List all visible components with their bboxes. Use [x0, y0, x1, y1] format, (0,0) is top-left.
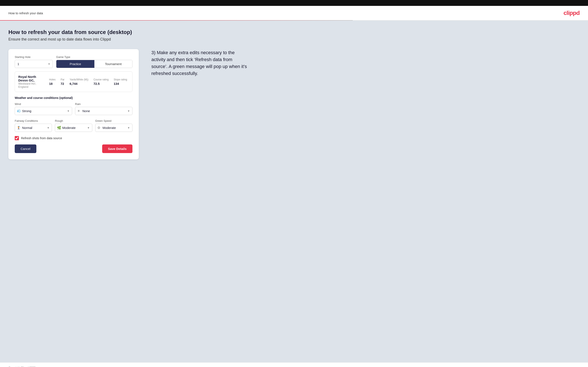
course-stats: Holes 18 Par 72 Yards/White (M)) 6,744 C…: [49, 78, 129, 85]
course-location: Westward Ho!, England: [18, 82, 45, 88]
practice-button[interactable]: Practice: [56, 60, 94, 68]
green-speed-group: Green Speed ⚙ Moderate Slow Fast ▼: [95, 119, 132, 132]
starting-hole-group: Starting Hole 1 10 ▼: [15, 55, 53, 68]
yards-label: Yards/White (M)): [69, 78, 88, 81]
conditions-section-title: Weather and course conditions (optional): [15, 96, 132, 100]
rough-select[interactable]: Moderate Light Heavy: [55, 124, 92, 132]
starting-hole-label: Starting Hole: [15, 55, 53, 58]
wind-select-wrapper: 💨 Strong None Light Moderate ▼: [15, 107, 72, 115]
holes-value: 18: [49, 82, 56, 85]
green-speed-select-wrapper: ⚙ Moderate Slow Fast ▼: [95, 124, 132, 132]
stat-par: Par 72: [61, 78, 65, 85]
slope-rating-label: Slope rating: [114, 78, 127, 81]
button-row: Cancel Save Details: [15, 144, 132, 153]
top-bar: [0, 0, 588, 6]
wind-label: Wind: [15, 102, 72, 106]
content-area: Starting Hole 1 10 ▼ Game Type Practice …: [9, 49, 579, 159]
rough-label: Rough: [55, 119, 92, 122]
page-heading: How to refresh your data from source (de…: [9, 29, 579, 35]
copyright: Copyright Clippd 2022: [9, 366, 35, 367]
instruction-text: 3) Make any extra edits necessary to the…: [151, 49, 248, 77]
wind-group: Wind 💨 Strong None Light Moderate ▼: [15, 102, 72, 115]
save-button[interactable]: Save Details: [102, 144, 132, 153]
game-type-label: Game Type: [56, 55, 132, 58]
main-content: How to refresh your data from source (de…: [0, 21, 588, 362]
logo: clippd: [564, 10, 579, 16]
stat-holes: Holes 18: [49, 78, 56, 85]
green-speed-label: Green Speed: [95, 119, 132, 122]
stat-slope-rating: Slope rating 134: [114, 78, 127, 85]
green-speed-select[interactable]: Moderate Slow Fast: [95, 124, 132, 132]
stat-course-rating: Course rating 72.5: [94, 78, 109, 85]
course-rating-label: Course rating: [94, 78, 109, 81]
yards-value: 6,744: [69, 82, 88, 85]
rain-group: Rain ☀ None Light Heavy ▼: [75, 102, 132, 115]
fairway-label: Fairway Conditions: [15, 119, 52, 122]
conditions-row-1: Wind 💨 Strong None Light Moderate ▼ Rain: [15, 102, 132, 115]
stat-yards: Yards/White (M)) 6,744: [69, 78, 88, 85]
refresh-checkbox[interactable]: [15, 136, 19, 140]
game-type-buttons: Practice Tournament: [56, 60, 132, 68]
slope-rating-value: 134: [114, 82, 127, 85]
rain-select-wrapper: ☀ None Light Heavy ▼: [75, 107, 132, 115]
cancel-button[interactable]: Cancel: [15, 144, 36, 153]
form-row-top: Starting Hole 1 10 ▼ Game Type Practice …: [15, 55, 132, 68]
conditions-row-2: Fairway Conditions 🏌 Normal Wet Dry ▼ Ro…: [15, 119, 132, 132]
header-title: How to refresh your data: [9, 11, 43, 15]
par-value: 72: [61, 82, 65, 85]
page-subheading: Ensure the correct and most up to date d…: [9, 37, 579, 42]
rain-label: Rain: [75, 102, 132, 106]
course-name: Royal North Devon GC,: [18, 75, 45, 82]
rain-select[interactable]: None Light Heavy: [75, 107, 132, 115]
course-info: Royal North Devon GC, Westward Ho!, Engl…: [18, 75, 45, 88]
starting-hole-wrapper: 1 10 ▼: [15, 60, 53, 68]
rough-select-wrapper: 🌿 Moderate Light Heavy ▼: [55, 124, 92, 132]
fairway-select-wrapper: 🏌 Normal Wet Dry ▼: [15, 124, 52, 132]
refresh-label[interactable]: Refresh shots from data source: [21, 136, 62, 140]
header: How to refresh your data clippd: [0, 6, 588, 21]
holes-label: Holes: [49, 78, 56, 81]
refresh-checkbox-row: Refresh shots from data source: [15, 136, 132, 140]
par-label: Par: [61, 78, 65, 81]
wind-select[interactable]: Strong None Light Moderate: [15, 107, 72, 115]
rough-group: Rough 🌿 Moderate Light Heavy ▼: [55, 119, 92, 132]
fairway-group: Fairway Conditions 🏌 Normal Wet Dry ▼: [15, 119, 52, 132]
course-rating-value: 72.5: [94, 82, 109, 85]
starting-hole-select[interactable]: 1 10: [15, 60, 53, 68]
form-card: Starting Hole 1 10 ▼ Game Type Practice …: [9, 49, 139, 159]
game-type-group: Game Type Practice Tournament: [56, 55, 132, 68]
footer: Copyright Clippd 2022: [0, 362, 588, 367]
tournament-button[interactable]: Tournament: [94, 60, 132, 68]
fairway-select[interactable]: Normal Wet Dry: [15, 124, 52, 132]
course-card: Royal North Devon GC, Westward Ho!, Engl…: [15, 71, 132, 92]
